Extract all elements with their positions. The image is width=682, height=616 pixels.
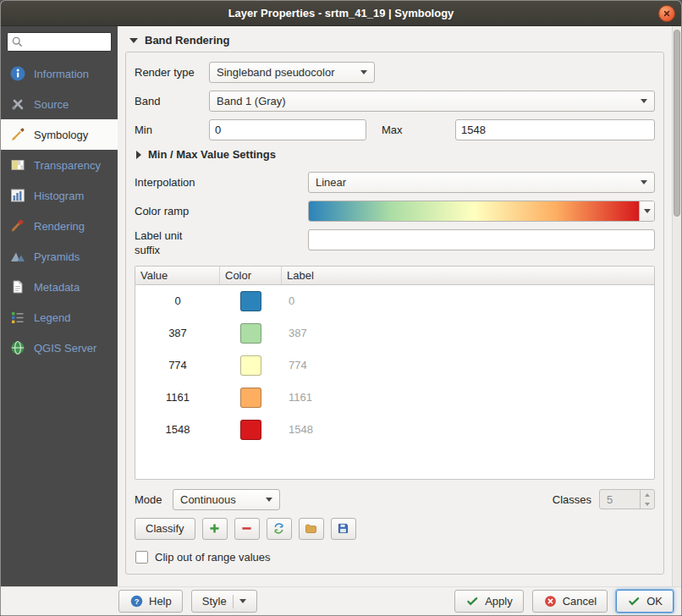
remove-value-button[interactable] xyxy=(234,518,260,540)
reload-icon xyxy=(272,521,286,536)
value-cell[interactable]: 1548 xyxy=(135,423,220,436)
color-ramp-dropdown[interactable] xyxy=(639,201,654,221)
color-swatch[interactable] xyxy=(240,323,261,344)
sidebar-item-label: Legend xyxy=(34,311,70,324)
interpolation-label: Interpolation xyxy=(135,176,308,189)
sidebar-item-label: Rendering xyxy=(34,220,85,233)
svg-text:?: ? xyxy=(135,597,140,606)
color-ramp-select[interactable] xyxy=(308,201,655,222)
sidebar-item-information[interactable]: Information xyxy=(1,58,118,89)
minus-icon xyxy=(239,521,254,536)
sidebar-item-symbology[interactable]: Symbology xyxy=(1,119,118,150)
sidebar-item-source[interactable]: Source xyxy=(1,89,118,119)
render-type-select[interactable]: Singleband pseudocolor xyxy=(209,62,375,83)
table-row[interactable]: 11611161 xyxy=(135,382,654,414)
clip-checkbox[interactable] xyxy=(135,551,148,564)
spin-buttons[interactable] xyxy=(640,490,654,509)
color-column-header[interactable]: Color xyxy=(220,267,282,284)
transparency-icon xyxy=(9,157,26,173)
table-row[interactable]: 387387 xyxy=(135,317,654,349)
render-type-value: Singleband pseudocolor xyxy=(217,66,355,79)
label-column-header[interactable]: Label xyxy=(282,267,654,284)
label-unit-suffix-input[interactable] xyxy=(308,229,655,250)
color-cell[interactable] xyxy=(220,388,282,408)
clip-checkbox-label: Clip out of range values xyxy=(155,551,271,564)
load-colormap-button[interactable] xyxy=(267,518,292,540)
minmax-settings-title: Min / Max Value Settings xyxy=(148,148,276,161)
vertical-scrollbar[interactable] xyxy=(672,26,681,586)
collapsed-arrow-icon xyxy=(136,151,141,159)
color-ramp-gradient[interactable] xyxy=(309,201,639,221)
cancel-icon xyxy=(543,594,558,608)
band-label: Band xyxy=(135,95,209,107)
band-rendering-title: Band Rendering xyxy=(145,34,229,47)
sidebar-item-qgis-server[interactable]: QGIS Server xyxy=(1,333,118,363)
sidebar-item-metadata[interactable]: Metadata xyxy=(1,272,118,302)
scrollbar-thumb[interactable] xyxy=(674,30,680,217)
cancel-button[interactable]: Cancel xyxy=(532,590,608,613)
table-row[interactable]: 00 xyxy=(135,285,654,317)
color-swatch[interactable] xyxy=(240,291,261,311)
table-row[interactable]: 15481548 xyxy=(135,414,654,446)
table-row[interactable]: 774774 xyxy=(135,349,654,382)
interpolation-select[interactable]: Linear xyxy=(308,172,655,193)
sidebar-item-histogram[interactable]: Histogram xyxy=(1,180,118,211)
color-cell[interactable] xyxy=(220,420,282,440)
sidebar-item-rendering[interactable]: Rendering xyxy=(1,211,118,241)
color-cell[interactable] xyxy=(220,355,282,376)
min-input[interactable] xyxy=(209,119,366,140)
add-value-button[interactable] xyxy=(202,518,228,540)
check-icon xyxy=(465,594,480,608)
value-cell[interactable]: 387 xyxy=(135,327,220,339)
label-cell[interactable]: 774 xyxy=(282,359,654,371)
chevron-down-icon xyxy=(239,599,246,603)
sidebar-item-transparency[interactable]: Transparency xyxy=(1,150,118,180)
classify-button[interactable]: Classify xyxy=(135,518,195,540)
mode-select[interactable]: Continuous xyxy=(173,489,280,510)
help-button[interactable]: ? Help xyxy=(118,590,183,613)
ok-button[interactable]: OK xyxy=(616,590,674,613)
color-map-table-header: Value Color Label xyxy=(135,267,654,285)
sidebar-item-label: Symbology xyxy=(34,129,88,141)
label-cell[interactable]: 0 xyxy=(282,294,654,307)
sidebar-item-pyramids[interactable]: Pyramids xyxy=(1,241,118,272)
chevron-down-icon xyxy=(266,498,272,502)
color-cell[interactable] xyxy=(220,291,282,311)
chevron-down-icon xyxy=(641,99,647,103)
color-swatch[interactable] xyxy=(240,388,261,408)
value-column-header[interactable]: Value xyxy=(135,267,220,284)
interpolation-value: Linear xyxy=(316,176,635,189)
close-button[interactable] xyxy=(658,5,675,22)
collapse-arrow-icon xyxy=(129,38,138,43)
search-input[interactable] xyxy=(25,36,108,49)
label-cell[interactable]: 1548 xyxy=(282,423,654,436)
color-swatch[interactable] xyxy=(240,355,261,376)
render-type-label: Render type xyxy=(135,66,209,79)
titlebar[interactable]: Layer Properties - srtm_41_19 | Symbolog… xyxy=(1,1,681,26)
plus-icon xyxy=(207,521,222,536)
save-to-file-button[interactable] xyxy=(331,518,356,540)
band-rendering-header[interactable]: Band Rendering xyxy=(129,34,664,47)
label-cell[interactable]: 387 xyxy=(282,327,654,339)
max-input[interactable] xyxy=(455,119,655,140)
color-cell[interactable] xyxy=(220,323,282,344)
value-cell[interactable]: 0 xyxy=(135,294,220,307)
window-title: Layer Properties - srtm_41_19 | Symbolog… xyxy=(228,7,454,19)
sidebar-item-label: Metadata xyxy=(34,281,80,294)
sidebar-item-legend[interactable]: Legend xyxy=(1,302,118,333)
value-cell[interactable]: 774 xyxy=(135,359,220,371)
color-ramp-label: Color ramp xyxy=(135,205,308,217)
apply-button[interactable]: Apply xyxy=(454,590,524,613)
sidebar-item-label: Source xyxy=(34,98,69,111)
classes-spinbox[interactable]: 5 xyxy=(599,489,655,509)
color-swatch[interactable] xyxy=(240,420,261,440)
minmax-settings-header[interactable]: Min / Max Value Settings xyxy=(136,148,655,161)
band-row: Band Band 1 (Gray) xyxy=(135,91,655,112)
load-from-file-button[interactable] xyxy=(299,518,324,540)
sidebar-search[interactable] xyxy=(7,32,112,52)
symbology-panel: Band Rendering Render type Singleband ps… xyxy=(118,26,681,586)
band-select[interactable]: Band 1 (Gray) xyxy=(209,91,655,112)
style-button[interactable]: Style xyxy=(191,590,257,613)
value-cell[interactable]: 1161 xyxy=(135,391,220,404)
label-cell[interactable]: 1161 xyxy=(282,391,654,404)
